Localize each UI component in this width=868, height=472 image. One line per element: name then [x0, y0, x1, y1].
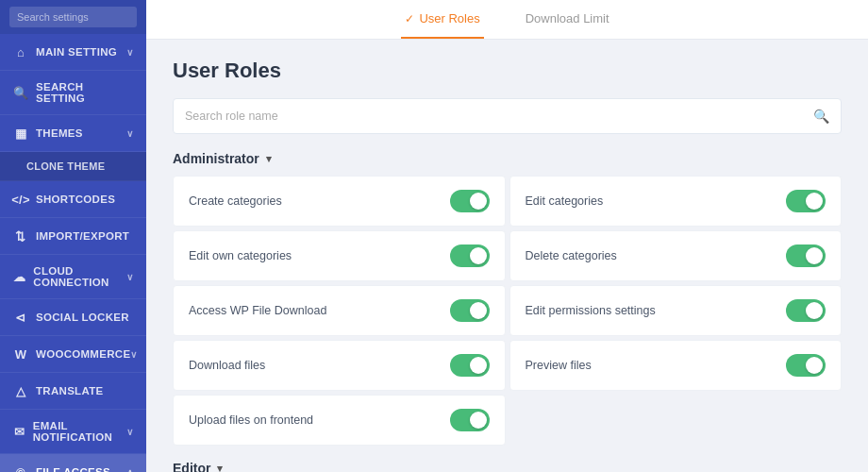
toggle-upload-frontend-admin[interactable]	[450, 409, 490, 431]
chevron-icon: ∨	[126, 47, 133, 58]
role-label: Download files	[189, 359, 265, 372]
role-label: Edit permissions settings	[526, 304, 656, 317]
sidebar-item-file-access[interactable]: © FILE ACCESS ∧	[0, 454, 146, 472]
toggle-track	[786, 299, 826, 322]
role-card: Access WP File Download	[173, 285, 506, 336]
role-card: Upload files on frontend	[173, 395, 506, 446]
sidebar-label-translate: TRANSLATE	[36, 385, 103, 396]
editor-label: Editor	[173, 461, 210, 472]
shortcodes-icon: </>	[13, 192, 28, 207]
cloud-icon: ☁	[13, 269, 25, 284]
top-tabs: ✓ User Roles Download Limit	[146, 0, 868, 40]
sidebar-item-email-notification[interactable]: ✉ EMAIL NOTIFICATION ∨	[0, 410, 146, 454]
sidebar-item-search-setting[interactable]: 🔍 SEARCH SETTING	[0, 71, 146, 115]
sidebar-item-main-setting[interactable]: ⌂ MAIN SETTING ∨	[0, 34, 146, 71]
toggle-edit-permissions-admin[interactable]	[786, 299, 826, 322]
toggle-track	[786, 244, 826, 267]
toggle-access-wp-admin[interactable]	[450, 299, 490, 322]
sidebar-item-woocommerce[interactable]: W WOOCOMMERCE ∨	[0, 336, 146, 373]
toggle-edit-own-categories-admin[interactable]	[450, 244, 490, 267]
tab-checkmark: ✓	[405, 12, 414, 25]
tab-label-download-limit: Download Limit	[526, 11, 609, 25]
chevron-icon-themes: ∨	[126, 128, 133, 139]
role-card: Download files	[173, 340, 506, 391]
toggle-create-categories-admin[interactable]	[450, 190, 490, 212]
role-label: Upload files on frontend	[189, 413, 313, 427]
sidebar-item-clone-theme[interactable]: CLONE THEME	[0, 152, 146, 181]
tab-download-limit[interactable]: Download Limit	[522, 0, 613, 39]
administrator-chevron: ▾	[266, 153, 272, 165]
editor-chevron: ▾	[217, 463, 223, 473]
toggle-track	[786, 190, 826, 212]
tab-label-user-roles: User Roles	[419, 11, 479, 25]
chevron-icon-file-access: ∧	[126, 467, 133, 473]
administrator-roles-grid: Create categories Edit categories Edit o…	[173, 176, 842, 446]
sidebar-label-email-notification: EMAIL NOTIFICATION	[33, 420, 126, 443]
translate-icon: △	[13, 383, 28, 398]
administrator-section-header[interactable]: Administrator ▾	[173, 151, 842, 166]
search-icon: 🔍	[813, 109, 829, 124]
sidebar-item-cloud-connection[interactable]: ☁ CLOUD CONNECTION ∨	[0, 255, 146, 299]
role-label: Create categories	[189, 194, 282, 208]
editor-section-header[interactable]: Editor ▾	[173, 461, 842, 472]
woocommerce-icon: W	[13, 346, 28, 362]
toggle-download-files-admin[interactable]	[450, 354, 490, 377]
toggle-track	[450, 244, 490, 267]
sidebar-label-themes: THEMES	[36, 127, 83, 139]
role-label: Edit own categories	[189, 249, 292, 262]
sidebar-item-themes[interactable]: ▦ THEMES ∨	[0, 115, 146, 152]
sidebar-label-cloud-connection: CLOUD CONNECTION	[33, 265, 125, 288]
sidebar-search-box	[0, 0, 146, 34]
home-icon: ⌂	[13, 44, 28, 59]
tab-user-roles[interactable]: ✓ User Roles	[401, 0, 483, 39]
page-title: User Roles	[173, 59, 842, 83]
toggle-edit-categories-admin[interactable]	[786, 190, 826, 212]
chevron-icon-cloud: ∨	[126, 272, 133, 282]
sidebar-label-import-export: IMPORT/EXPORT	[36, 230, 129, 242]
sidebar-item-shortcodes[interactable]: </> SHORTCODES	[0, 181, 146, 218]
toggle-delete-categories-admin[interactable]	[786, 244, 826, 267]
content-area: User Roles 🔍 Administrator ▾ Create cate…	[146, 40, 868, 472]
toggle-track	[450, 190, 490, 212]
main-content: ✓ User Roles Download Limit User Roles 🔍…	[146, 0, 868, 472]
role-card: Edit permissions settings	[509, 285, 843, 336]
sidebar-label-clone-theme: CLONE THEME	[26, 160, 105, 172]
toggle-track	[450, 354, 490, 377]
chevron-icon-woo: ∨	[130, 349, 137, 360]
sidebar-item-social-locker[interactable]: ⊲ SOCIAL LOCKER	[0, 299, 146, 336]
role-search-input[interactable]	[185, 110, 813, 123]
sidebar-label-woocommerce: WOOCOMMERCE	[36, 348, 130, 360]
role-label: Edit categories	[526, 194, 604, 208]
import-export-icon: ⇅	[13, 228, 28, 244]
role-card: Delete categories	[509, 230, 843, 281]
role-search-box: 🔍	[173, 98, 842, 134]
sidebar-item-translate[interactable]: △ TRANSLATE	[0, 373, 146, 410]
role-label: Access WP File Download	[189, 304, 326, 317]
sidebar-label-social-locker: SOCIAL LOCKER	[36, 312, 129, 323]
sidebar-item-import-export[interactable]: ⇅ IMPORT/EXPORT	[0, 218, 146, 255]
toggle-track	[450, 409, 490, 431]
email-icon: ✉	[13, 424, 25, 439]
toggle-track	[450, 299, 490, 322]
sidebar: ⌂ MAIN SETTING ∨ 🔍 SEARCH SETTING ▦ THEM…	[0, 0, 146, 472]
themes-icon: ▦	[13, 126, 28, 141]
toggle-preview-files-admin[interactable]	[786, 354, 826, 377]
role-card: Preview files	[509, 340, 843, 391]
sidebar-label-file-access: FILE ACCESS	[36, 466, 110, 472]
sidebar-label-main-setting: MAIN SETTING	[36, 46, 117, 58]
role-card: Edit categories	[509, 176, 843, 227]
sidebar-search-input[interactable]	[9, 7, 137, 27]
role-label: Delete categories	[526, 249, 617, 262]
chevron-icon-email: ∨	[126, 427, 133, 437]
sidebar-label-search-setting: SEARCH SETTING	[36, 81, 133, 104]
file-access-icon: ©	[13, 464, 28, 472]
search-icon: 🔍	[13, 85, 28, 100]
role-card: Edit own categories	[173, 230, 506, 281]
administrator-label: Administrator	[173, 151, 259, 166]
sidebar-label-shortcodes: SHORTCODES	[36, 194, 115, 205]
role-label: Preview files	[526, 359, 592, 372]
social-locker-icon: ⊲	[13, 310, 28, 325]
toggle-track	[786, 354, 826, 377]
role-card: Create categories	[173, 176, 506, 227]
